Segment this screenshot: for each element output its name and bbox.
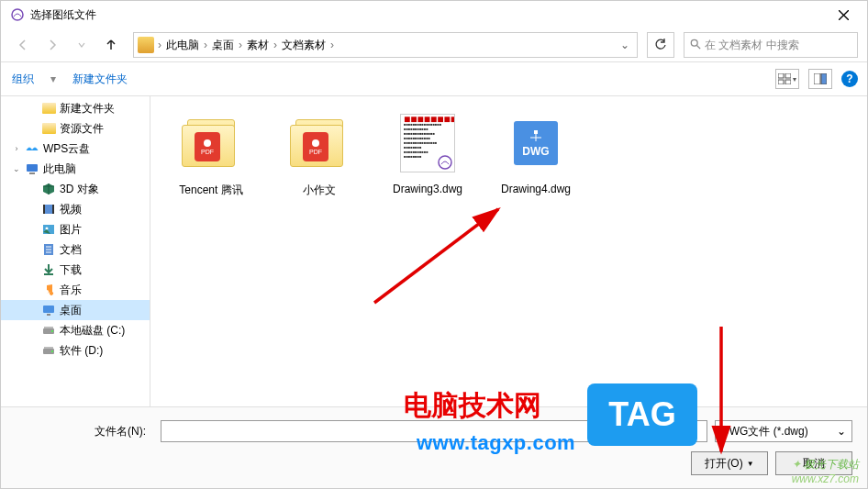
folder-icon [41,121,56,136]
tree-item-8[interactable]: 下载 [1,260,150,280]
tree-item-6[interactable]: 图片 [1,219,150,239]
music-icon [41,283,56,297]
svg-rect-15 [52,205,54,214]
breadcrumb-sep: › [158,39,161,51]
pc-icon [25,161,39,176]
crumb-desktop[interactable]: 桌面 [209,36,237,55]
preview-button[interactable] [808,69,832,89]
window-title: 选择图纸文件 [30,7,823,23]
filename-label: 文件名(N): [16,424,153,439]
search-icon [690,39,701,52]
tree-item-3[interactable]: ⌄此电脑 [1,159,150,179]
titlebar: 选择图纸文件 [1,1,867,28]
doc-icon [41,242,56,257]
tree-item-11[interactable]: 本地磁盘 (C:) [1,320,150,340]
svg-point-3 [691,39,697,46]
toolbar: 组织 ▾ 新建文件夹 ▾ ? [1,61,867,96]
tree-item-4[interactable]: 3D 对象 [1,179,150,199]
svg-rect-8 [785,80,791,84]
file-content: PDFTencent 腾讯PDF小作文■■■■■■■■■■■■■■■■■■■■■… [150,96,867,406]
tree-item-0[interactable]: 新建文件夹 [1,98,150,118]
file-item-0[interactable]: PDFTencent 腾讯 [167,111,255,198]
svg-rect-24 [47,314,50,316]
view-button[interactable]: ▾ [775,69,799,89]
svg-rect-6 [785,73,791,78]
svg-rect-5 [778,73,784,78]
svg-point-31 [439,156,451,169]
breadcrumb-dropdown-icon[interactable]: ⌄ [617,39,633,51]
cancel-button[interactable]: 取消 [775,451,852,475]
svg-rect-23 [43,306,54,313]
forward-button[interactable] [39,33,65,57]
organize-button[interactable]: 组织 [12,72,34,87]
svg-rect-14 [43,205,45,214]
close-button[interactable] [823,2,863,28]
svg-rect-12 [29,172,35,174]
up-button[interactable] [98,33,124,57]
svg-point-26 [51,330,53,332]
file-item-2[interactable]: ■■■■■■■■■■■■■■■■■■■■■■■■■■■■■■■■■■■■■■■■… [384,111,472,198]
crumb-docmaterial[interactable]: 文档素材 [279,36,328,55]
file-item-1[interactable]: PDF小作文 [275,111,363,198]
download-icon [41,262,56,277]
search-input[interactable]: 在 文档素材 中搜索 [684,32,858,58]
svg-rect-10 [821,73,827,84]
file-item-3[interactable]: DWGDrawing4.dwg [492,111,580,198]
tree-item-10[interactable]: 桌面 [1,300,150,320]
drive-icon [41,323,56,338]
breadcrumb[interactable]: › 此电脑 › 桌面 › 素材 › 文档素材 › ⌄ [133,32,638,58]
3d-icon [41,182,56,196]
tree-item-12[interactable]: 软件 (D:) [1,340,150,361]
image-icon [41,222,56,237]
location-icon [138,37,154,53]
drive-icon [41,343,56,358]
tree-item-1[interactable]: 资源文件 [1,118,150,139]
filetype-value: DWG文件 (*.dwg) [721,424,808,439]
tree-item-5[interactable]: 视频 [1,199,150,219]
svg-rect-7 [778,80,784,84]
crumb-material[interactable]: 素材 [244,36,272,55]
footer: 文件名(N): DWG文件 (*.dwg) ⌄ 打开(O)▼ 取消 [1,406,867,488]
tree-item-2[interactable]: ›WPS云盘 [1,139,150,159]
desktop-icon [41,303,56,317]
open-button[interactable]: 打开(O)▼ [691,451,768,475]
body: 新建文件夹资源文件›WPS云盘⌄此电脑3D 对象视频图片文档下载音乐桌面本地磁盘… [1,96,867,406]
crumb-pc[interactable]: 此电脑 [163,36,202,55]
new-folder-button[interactable]: 新建文件夹 [72,72,128,87]
search-placeholder: 在 文档素材 中搜索 [705,38,799,53]
svg-point-29 [51,350,53,352]
wps-icon [25,141,39,156]
svg-rect-32 [534,130,538,134]
recent-dropdown[interactable] [69,33,95,57]
filename-input[interactable] [161,420,707,442]
folder-icon [41,101,56,116]
refresh-button[interactable] [647,32,674,58]
svg-rect-11 [27,164,38,172]
svg-rect-30 [44,347,53,349]
back-button[interactable] [10,33,36,57]
nav-row: › 此电脑 › 桌面 › 素材 › 文档素材 › ⌄ 在 文档素材 中搜索 [1,28,867,61]
sidebar: 新建文件夹资源文件›WPS云盘⌄此电脑3D 对象视频图片文档下载音乐桌面本地磁盘… [1,96,150,406]
svg-point-0 [12,9,23,20]
svg-rect-9 [814,73,820,84]
svg-rect-27 [44,327,53,328]
video-icon [41,202,56,217]
svg-line-4 [697,45,700,48]
chevron-down-icon: ⌄ [837,425,846,438]
filetype-dropdown[interactable]: DWG文件 (*.dwg) ⌄ [715,420,852,442]
help-button[interactable]: ? [841,71,858,87]
app-icon [10,7,25,22]
tree-item-7[interactable]: 文档 [1,239,150,260]
tree-item-9[interactable]: 音乐 [1,280,150,300]
